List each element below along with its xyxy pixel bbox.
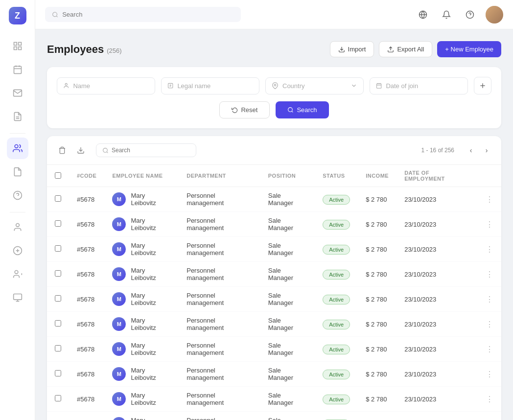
date-join-input[interactable] (386, 82, 462, 90)
select-all-checkbox[interactable] (55, 172, 61, 179)
row-actions-button[interactable]: ⋮ (478, 237, 501, 262)
row-checkbox-cell[interactable] (47, 312, 69, 337)
user-avatar[interactable] (486, 6, 503, 23)
row-date: 23/10/2023 (396, 287, 478, 312)
row-checkbox-cell[interactable] (47, 362, 69, 387)
legal-name-filter[interactable] (161, 77, 259, 94)
row-checkbox-cell[interactable] (47, 337, 69, 362)
row-checkbox[interactable] (55, 245, 61, 252)
page-content: Employees (256) Import Export All + New … (35, 29, 513, 420)
row-actions-button[interactable]: ⋮ (478, 412, 501, 420)
row-income: $ 2 780 (358, 312, 396, 337)
search-input[interactable] (62, 11, 234, 18)
legal-name-input[interactable] (177, 82, 253, 90)
sidebar-divider-2 (10, 212, 25, 212)
sidebar-item-dashboard[interactable] (7, 35, 28, 57)
row-position: Sale Manager (260, 187, 315, 212)
new-employee-button[interactable]: + New Employee (437, 41, 501, 57)
table-search-bar[interactable] (96, 143, 196, 157)
name-input[interactable] (73, 82, 149, 90)
row-checkbox[interactable] (55, 195, 61, 202)
col-date: DATE OF EMPLOYMENT (396, 165, 478, 187)
row-actions-button[interactable]: ⋮ (478, 362, 501, 387)
row-code: #5678 (69, 362, 104, 387)
row-checkbox-cell[interactable] (47, 287, 69, 312)
row-checkbox-cell[interactable] (47, 187, 69, 212)
search-button[interactable]: Search (276, 101, 328, 118)
sidebar-item-billing[interactable] (7, 240, 28, 261)
download-button[interactable] (73, 143, 88, 158)
row-actions-button[interactable]: ⋮ (478, 287, 501, 312)
row-checkbox[interactable] (55, 270, 61, 277)
topbar (35, 0, 513, 29)
employee-avatar: M (112, 317, 126, 331)
row-employee-name: M Mary Leibovitz (104, 287, 179, 312)
row-checkbox[interactable] (55, 295, 61, 302)
sidebar-item-messages[interactable] (7, 82, 28, 104)
row-date: 23/10/2023 (396, 337, 478, 362)
row-actions-button[interactable]: ⋮ (478, 187, 501, 212)
next-page-nav[interactable]: › (480, 143, 493, 157)
name-filter[interactable] (57, 77, 155, 94)
employee-avatar: M (112, 392, 126, 406)
row-department: Personnel management (179, 287, 260, 312)
row-checkbox-cell[interactable] (47, 412, 69, 420)
help-icon[interactable] (462, 7, 478, 23)
svg-line-43 (292, 111, 293, 112)
row-department: Personnel management (179, 187, 260, 212)
topbar-search[interactable] (45, 7, 241, 22)
sidebar-item-integrations[interactable] (7, 287, 28, 308)
sidebar-item-calendar[interactable] (7, 59, 28, 80)
reset-button[interactable]: Reset (219, 101, 270, 118)
row-actions-button[interactable]: ⋮ (478, 387, 501, 412)
import-button[interactable]: Import (330, 41, 374, 57)
globe-icon[interactable] (415, 7, 431, 23)
svg-point-42 (288, 108, 293, 112)
row-checkbox[interactable] (55, 320, 61, 327)
app-logo[interactable]: Z (8, 6, 27, 25)
delete-button[interactable] (55, 143, 70, 158)
sidebar-item-reports[interactable] (7, 106, 28, 127)
sidebar-item-documents[interactable] (7, 161, 28, 183)
export-button[interactable]: Export All (379, 41, 432, 57)
row-actions-button[interactable]: ⋮ (478, 312, 501, 337)
date-join-filter[interactable] (370, 77, 468, 94)
sidebar-item-team[interactable] (7, 216, 28, 238)
row-checkbox-cell[interactable] (47, 262, 69, 287)
row-status: Active (315, 237, 358, 262)
table-search-icon (102, 147, 109, 154)
row-checkbox[interactable] (55, 395, 61, 401)
filter-actions: Reset Search (57, 101, 491, 118)
col-income: INCOME (358, 165, 396, 187)
sidebar-item-help[interactable] (7, 185, 28, 206)
sidebar-item-settings[interactable] (7, 263, 28, 285)
row-position: Sale Manager (260, 337, 315, 362)
add-filter-button[interactable] (474, 77, 491, 94)
row-income: $ 2 780 (358, 387, 396, 412)
row-status: Active (315, 337, 358, 362)
row-checkbox-cell[interactable] (47, 212, 69, 237)
employee-avatar: M (112, 242, 126, 256)
row-employee-name: M Mary Leibovitz (104, 212, 179, 237)
row-checkbox[interactable] (55, 345, 61, 351)
svg-point-22 (53, 12, 57, 17)
table-body: #5678 M Mary Leibovitz Personnel managem… (47, 187, 501, 420)
row-checkbox[interactable] (55, 220, 61, 227)
country-filter[interactable]: Country (265, 77, 364, 94)
table-search-input[interactable] (112, 147, 190, 154)
bell-icon[interactable] (439, 7, 454, 23)
trash-icon (58, 146, 66, 154)
row-checkbox[interactable] (55, 370, 61, 376)
plus-icon (479, 82, 487, 90)
prev-page-nav[interactable]: ‹ (464, 143, 478, 157)
svg-rect-0 (14, 43, 17, 46)
row-actions-button[interactable]: ⋮ (478, 337, 501, 362)
row-checkbox-cell[interactable] (47, 387, 69, 412)
status-badge: Active (323, 195, 350, 205)
row-checkbox-cell[interactable] (47, 237, 69, 262)
select-all-header[interactable] (47, 165, 69, 187)
sidebar-item-employees[interactable] (7, 138, 28, 159)
row-actions-button[interactable]: ⋮ (478, 212, 501, 237)
row-actions-button[interactable]: ⋮ (478, 262, 501, 287)
svg-line-46 (107, 152, 108, 153)
